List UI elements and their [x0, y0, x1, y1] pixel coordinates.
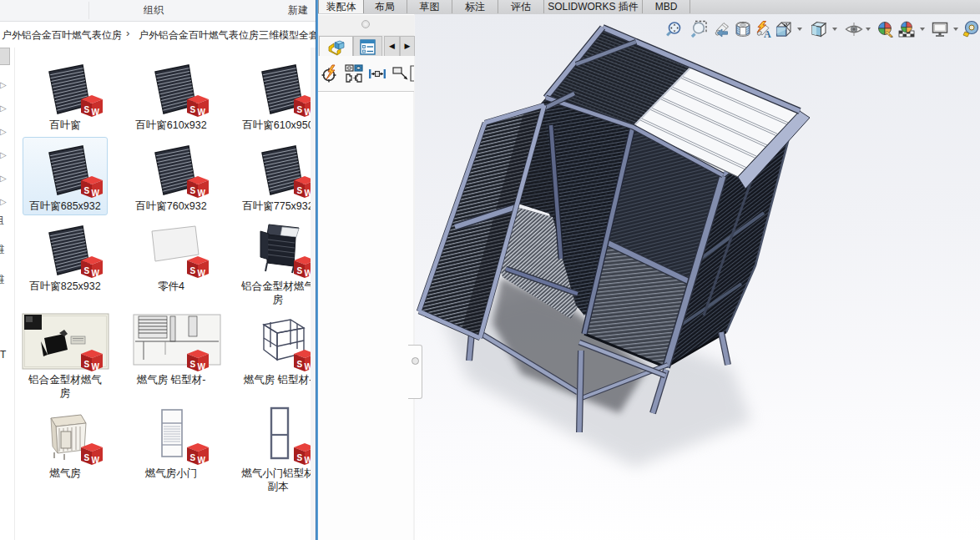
scroll-left-icon: ◀	[385, 42, 399, 50]
panel-tab-bar: ◀ ▶	[318, 35, 414, 57]
annotation-views-icon[interactable]: A	[754, 20, 772, 38]
file-label: 铝合金型材燃气 房	[6, 374, 124, 400]
heads-up-toolbar: A	[415, 20, 980, 45]
previous-view-icon[interactable]	[713, 20, 731, 38]
leader-note-icon[interactable]	[391, 64, 410, 83]
scroll-right-icon: ▶	[401, 42, 414, 50]
feature-manager-tab[interactable]	[319, 36, 353, 56]
organize-menu[interactable]: 组织	[144, 3, 164, 18]
display-style-icon[interactable]	[810, 20, 828, 38]
view-orientation-icon[interactable]	[774, 20, 792, 38]
command-bar-separator	[88, 2, 89, 19]
file-label: 燃气房 铝型材-	[112, 374, 230, 387]
file-thumbnail	[13, 58, 118, 119]
ribbon-tab-5[interactable]: 评估	[498, 0, 544, 13]
view-settings-icon[interactable]	[931, 20, 949, 38]
view-orientation-caret-icon[interactable]	[797, 28, 802, 31]
section-view-icon[interactable]	[734, 20, 752, 38]
mate-lightning-icon[interactable]	[321, 64, 339, 83]
width-mate-icon[interactable]	[368, 64, 386, 83]
hide-show-caret-icon[interactable]	[866, 28, 871, 31]
explorer-command-bar: 组织 新建	[0, 0, 316, 22]
panel-tab-scroll-left[interactable]: ◀	[384, 36, 400, 56]
panel-body	[318, 92, 413, 540]
breadcrumb-folder-2[interactable]: 户外铝合金百叶燃气表位房三维模型全套	[139, 28, 319, 43]
file-label: 百叶窗825x932	[6, 280, 124, 294]
file-thumbnail	[119, 58, 224, 119]
file-thumbnail	[119, 220, 224, 280]
ribbon-tab-7[interactable]: MBD	[643, 0, 690, 13]
new-menu[interactable]: 新建	[288, 3, 308, 18]
panel-splitter-handle[interactable]	[412, 357, 419, 365]
panel-splitter[interactable]	[408, 345, 422, 399]
apply-scene-caret-icon[interactable]	[920, 28, 925, 31]
graphics-area[interactable]: A	[415, 14, 980, 540]
smart-fasteners-icon[interactable]	[345, 64, 363, 83]
svg-text:A: A	[764, 28, 771, 39]
ribbon-tab-1[interactable]: 装配体	[318, 0, 364, 13]
measure-icon[interactable]	[962, 20, 980, 38]
breadcrumb-chevron-icon: ›	[126, 27, 129, 39]
solidworks-window: 装配体布局草图标注评估SOLIDWORKS 插件MBD	[318, 0, 980, 540]
file-label: 燃气房	[6, 467, 124, 481]
zoom-area-icon[interactable]	[690, 20, 708, 38]
file-label: 百叶窗	[6, 119, 124, 133]
file-label: 百叶窗685x932	[6, 200, 124, 214]
property-manager-icon	[360, 39, 376, 55]
file-label: 零件4	[112, 280, 230, 294]
3d-model-viewport[interactable]	[415, 14, 980, 540]
zoom-fit-icon[interactable]	[664, 20, 683, 38]
file-label: 百叶窗760x932	[112, 200, 230, 214]
ribbon-tab-2[interactable]: 布局	[363, 0, 407, 13]
file-grid: 百叶窗百叶窗610x932百叶窗610x950百叶窗685x932百叶窗760x…	[0, 48, 311, 540]
file-thumbnail	[13, 406, 118, 467]
property-manager-tab[interactable]	[353, 36, 382, 56]
panel-collapse-handle[interactable]	[361, 20, 370, 28]
panel-tab-scroll-right[interactable]: ▶	[400, 36, 415, 56]
ribbon-tab-6[interactable]: SOLIDWORKS 插件	[544, 0, 643, 13]
ribbon-tab-bar: 装配体布局草图标注评估SOLIDWORKS 插件MBD	[318, 0, 980, 14]
feature-manager-panel: ◀ ▶	[318, 14, 416, 540]
file-thumbnail	[119, 406, 224, 467]
breadcrumb-folder-1[interactable]: 户外铝合金百叶燃气表位房	[2, 28, 122, 43]
ribbon-tab-4[interactable]: 标注	[452, 0, 498, 13]
file-thumbnail	[119, 139, 224, 199]
edit-appearance-icon[interactable]	[876, 20, 895, 38]
panel-toolbar	[318, 56, 414, 92]
file-label: 百叶窗610x932	[112, 119, 230, 133]
ribbon-tab-3[interactable]: 草图	[407, 0, 452, 13]
explorer-window: 组织 新建 户外铝合金百叶燃气表位房 › 户外铝合金百叶燃气表位房三维模型全套 …	[0, 0, 318, 540]
assembly-icon	[327, 39, 346, 56]
panel-top-strip	[318, 14, 414, 36]
display-style-caret-icon[interactable]	[832, 28, 837, 31]
file-thumbnail	[13, 313, 118, 373]
apply-scene-icon[interactable]	[897, 20, 916, 38]
file-thumbnail	[13, 139, 118, 199]
view-settings-caret-icon[interactable]	[953, 28, 958, 31]
file-thumbnail	[13, 220, 118, 280]
file-thumbnail	[119, 313, 224, 373]
breadcrumb: 户外铝合金百叶燃气表位房 › 户外铝合金百叶燃气表位房三维模型全套	[0, 22, 316, 47]
hide-show-items-icon[interactable]	[845, 20, 863, 38]
file-label: 燃气房小门	[112, 467, 230, 481]
